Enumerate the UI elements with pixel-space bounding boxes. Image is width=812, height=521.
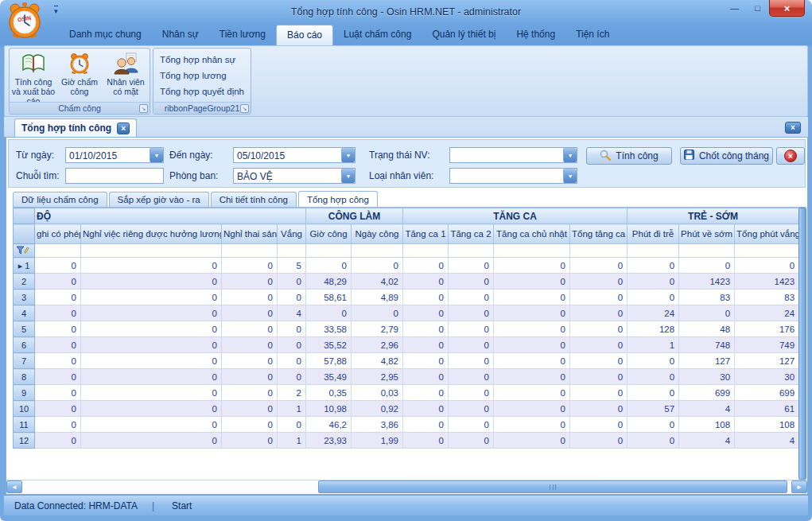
column-header-3[interactable]: Vắng	[278, 224, 306, 244]
close-button[interactable]: ×	[769, 0, 805, 17]
column-header-7[interactable]: Tăng ca 2	[449, 224, 494, 244]
scrollbar-thumb[interactable]	[318, 480, 787, 493]
menu-tab-1[interactable]: Nhân sự	[152, 25, 209, 45]
scroll-left-button[interactable]: ◄	[6, 480, 22, 493]
app-logo-icon[interactable]: OSIN	[6, 2, 45, 43]
menu-tab-4[interactable]: Luật chấm công	[333, 25, 422, 45]
trang-thai-nv-combo[interactable]: ▼	[449, 147, 577, 163]
chevron-down-icon[interactable]: ▼	[563, 148, 577, 162]
title-bar[interactable]: OSIN ▾ Tổng hợp tính công - Osin HRM.NET…	[0, 0, 812, 24]
column-header-9[interactable]: Tổng tăng ca	[570, 224, 627, 244]
den-ngay-combo[interactable]: 05/10/2015 ▼	[233, 147, 355, 163]
document-close-button[interactable]: ×	[785, 122, 801, 134]
column-header-8[interactable]: Tăng ca chủ nhật	[494, 224, 570, 244]
row-indicator-6[interactable]: 6	[14, 337, 35, 353]
row-indicator-3[interactable]: 3	[14, 290, 35, 305]
band-header-0[interactable]: ĐỘ	[35, 208, 306, 224]
close-filter-button[interactable]: ×	[776, 147, 805, 165]
menu-tab-0[interactable]: Danh mục chung	[59, 25, 152, 45]
chevron-down-icon[interactable]: ▼	[341, 148, 355, 162]
minimize-button[interactable]: —	[723, 0, 746, 15]
column-header-0[interactable]: ghi có phép	[35, 224, 81, 244]
band-header-1[interactable]: CÔNG LÀM	[306, 208, 403, 224]
menu-tab-2[interactable]: Tiền lương	[209, 25, 276, 45]
menu-tab-5[interactable]: Quản lý thiết bị	[422, 25, 506, 45]
column-header-10[interactable]: Phút đi trễ	[627, 224, 679, 244]
tab-close-icon[interactable]: ×	[117, 122, 130, 134]
filter-row-cell-2[interactable]	[222, 244, 278, 258]
menu-tab-6[interactable]: Hệ thống	[506, 25, 565, 45]
loai-nhan-vien-combo[interactable]: ▼	[449, 168, 577, 184]
grid-cell: 46,2	[306, 417, 352, 433]
filter-row-cell-3[interactable]	[278, 244, 306, 258]
save-icon	[684, 150, 694, 162]
menu-tab-3[interactable]: Báo cáo	[276, 25, 333, 45]
ribbon-menu-item-0[interactable]: Tổng hợp nhân sự	[155, 52, 249, 68]
grid-tab-0[interactable]: Dữ liệu chấm công	[13, 192, 107, 207]
status-start[interactable]: Start	[172, 500, 192, 511]
row-indicator-5[interactable]: 5	[14, 321, 35, 337]
maximize-button[interactable]: □	[746, 0, 769, 15]
column-header-4[interactable]: Giờ công	[306, 224, 352, 244]
ribbon-button-tinh-cong-xuat-bao-cao[interactable]: Tính công và xuất báo cáo	[10, 50, 56, 106]
column-header-11[interactable]: Phút về sớm	[679, 224, 735, 244]
filter-row-cell-6[interactable]	[403, 244, 449, 258]
row-indicator-9[interactable]: 9	[14, 385, 35, 401]
chevron-down-icon[interactable]: ▼	[563, 169, 577, 183]
tu-ngay-combo[interactable]: 01/10/2015 ▼	[65, 147, 164, 163]
dialog-launcher-icon[interactable]: ↘	[240, 104, 249, 113]
grid-tab-1[interactable]: Sắp xếp giờ vào - ra	[109, 192, 209, 207]
dialog-launcher-icon[interactable]: ↘	[139, 104, 148, 113]
grid-cell: 0	[449, 401, 494, 417]
row-indicator-11[interactable]: 11	[14, 417, 35, 433]
grid-cell: 0	[403, 353, 449, 369]
chevron-down-icon[interactable]: ▼	[341, 169, 355, 183]
band-header-3[interactable]: TRẺ - SỚM	[627, 208, 799, 224]
band-header-2[interactable]: TĂNG CA	[403, 208, 627, 224]
search-input[interactable]	[65, 168, 164, 184]
menu-tab-7[interactable]: Tiện ích	[565, 25, 620, 45]
grid-cell: 0	[449, 290, 494, 305]
column-header-5[interactable]: Ngày công	[352, 224, 403, 244]
phong-ban-combo[interactable]: BẢO VỆ ▼	[233, 168, 355, 184]
chot-cong-thang-button[interactable]: Chốt công tháng	[680, 147, 773, 165]
row-indicator-7[interactable]: 7	[14, 353, 35, 369]
grid-cell: 127	[735, 353, 799, 369]
row-indicator-1[interactable]: ▶1	[14, 258, 35, 274]
filter-row-indicator[interactable]	[14, 244, 35, 258]
chevron-down-icon[interactable]: ▼	[150, 148, 163, 162]
app-window: OSIN ▾ Tổng hợp tính công - Osin HRM.NET…	[0, 0, 812, 521]
filter-row-cell-9[interactable]	[570, 244, 627, 258]
grid-cell: 0	[222, 274, 278, 290]
filter-row-cell-11[interactable]	[679, 244, 735, 258]
filter-row-cell-7[interactable]	[449, 244, 494, 258]
grid-tab-2[interactable]: Chi tiết tính công	[211, 192, 297, 207]
scroll-right-button[interactable]: ►	[791, 480, 807, 493]
row-indicator-4[interactable]: 4	[14, 305, 35, 321]
ribbon-button-nhan-vien-co-mat[interactable]: Nhân viên có mặt	[103, 50, 149, 106]
row-indicator-2[interactable]: 2	[14, 274, 35, 290]
vertical-scrollbar[interactable]	[798, 208, 806, 480]
filter-row-cell-12[interactable]	[735, 244, 799, 258]
filter-row-cell-4[interactable]	[306, 244, 352, 258]
filter-row-cell-0[interactable]	[35, 244, 81, 258]
row-indicator-12[interactable]: 12	[14, 433, 35, 449]
horizontal-scrollbar[interactable]: ◄ ►	[6, 480, 807, 493]
ribbon-menu-item-2[interactable]: Tổng hợp quyết định	[155, 84, 249, 99]
column-header-2[interactable]: Nghỉ thai sản	[222, 224, 278, 244]
tinh-cong-button[interactable]: Tính công	[586, 147, 672, 165]
row-indicator-8[interactable]: 8	[14, 369, 35, 385]
ribbon-menu-item-1[interactable]: Tổng hợp lương	[155, 68, 249, 84]
filter-row-cell-1[interactable]	[81, 244, 222, 258]
filter-row-cell-10[interactable]	[627, 244, 679, 258]
column-header-6[interactable]: Tăng ca 1	[403, 224, 449, 244]
column-header-1[interactable]: Nghỉ việc riêng được hưởng lương	[81, 224, 222, 244]
column-header-12[interactable]: Tổng phút vắng	[735, 224, 799, 244]
grid-cell: 0	[403, 417, 449, 433]
grid-tab-3[interactable]: Tổng hợp công	[298, 191, 378, 207]
filter-row-cell-5[interactable]	[352, 244, 403, 258]
filter-row-cell-8[interactable]	[494, 244, 570, 258]
ribbon-button-gio-cham-cong[interactable]: Giờ chấm công	[56, 50, 103, 106]
row-indicator-10[interactable]: 10	[14, 401, 35, 417]
document-tab[interactable]: Tổng hợp tính công ×	[14, 119, 137, 137]
